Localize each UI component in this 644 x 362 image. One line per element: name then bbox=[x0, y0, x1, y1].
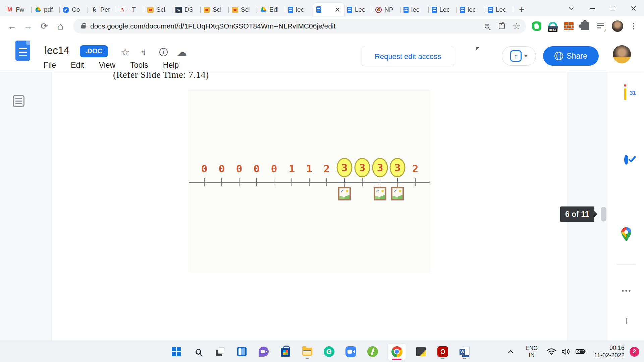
menu-help[interactable]: Help bbox=[160, 60, 182, 70]
get-add-ons-button[interactable] bbox=[622, 290, 630, 292]
browser-tab-gmail[interactable]: Fw bbox=[3, 3, 32, 16]
acrobat-button[interactable] bbox=[436, 344, 450, 359]
home-button[interactable]: ⌂ bbox=[53, 16, 68, 36]
numberline-tick bbox=[309, 178, 310, 186]
browser-tab-pdf[interactable]: pdf bbox=[32, 3, 60, 16]
menu-file[interactable]: File bbox=[40, 60, 59, 70]
maps-button[interactable] bbox=[621, 227, 632, 243]
menu-tools[interactable]: Tools bbox=[127, 60, 152, 70]
browser-tab-lec4[interactable]: Lec bbox=[429, 3, 457, 16]
widgets-button[interactable] bbox=[235, 344, 249, 359]
notification-badge[interactable]: 2 bbox=[630, 347, 639, 357]
browser-tab-co[interactable]: Co bbox=[60, 3, 88, 16]
extension-beta-button[interactable]: BETA bbox=[545, 16, 560, 36]
address-bar[interactable]: docs.google.com/document/d/1FLUqHXqSOnGS… bbox=[73, 19, 526, 34]
start-button[interactable] bbox=[169, 344, 183, 359]
menu-edit[interactable]: Edit bbox=[67, 60, 88, 70]
taskbar-search-button[interactable] bbox=[191, 344, 205, 359]
maximize-button[interactable] bbox=[602, 0, 623, 16]
playlist-extension-button[interactable] bbox=[593, 16, 609, 36]
browser-tab-sci3[interactable]: Sci bbox=[229, 3, 257, 16]
url-text[interactable]: docs.google.com/document/d/1FLUqHXqSOnGS… bbox=[90, 22, 480, 30]
hide-side-panel-button[interactable] bbox=[626, 318, 627, 324]
minimize-button[interactable] bbox=[582, 0, 602, 16]
chevron-up-icon bbox=[508, 350, 513, 355]
share-page-button[interactable] bbox=[494, 19, 509, 34]
extension-green-button[interactable] bbox=[529, 16, 544, 36]
show-outline-button[interactable] bbox=[13, 95, 24, 107]
star-document-button[interactable] bbox=[118, 45, 132, 59]
back-button[interactable]: ← bbox=[5, 16, 19, 36]
browser-toolbar: ← → ⟳ ⌂ docs.google.com/document/d/1FLUq… bbox=[0, 16, 644, 36]
browser-tab-lec6[interactable]: Lec bbox=[485, 3, 513, 16]
file-explorer-button[interactable] bbox=[300, 344, 314, 359]
docs-header: lec14 .DOC File Edit View Tools Help Req… bbox=[0, 36, 644, 72]
browser-menu-button[interactable] bbox=[626, 16, 641, 36]
menu-view[interactable]: View bbox=[96, 60, 119, 70]
browser-tab-edi[interactable]: Edi bbox=[257, 3, 285, 16]
account-avatar[interactable] bbox=[613, 45, 631, 63]
new-tab-button[interactable]: + bbox=[516, 4, 527, 15]
move-to-drive-button[interactable] bbox=[138, 45, 151, 59]
numberline-value: 0 bbox=[201, 163, 208, 175]
browser-tab-per[interactable]: Per bbox=[88, 3, 116, 16]
science-icon bbox=[147, 7, 154, 13]
google-docs-logo[interactable] bbox=[15, 41, 30, 61]
request-edit-access-button[interactable]: Request edit access bbox=[362, 47, 454, 66]
browser-tab-lec1[interactable]: lec bbox=[285, 3, 313, 16]
close-window-button[interactable] bbox=[623, 0, 644, 16]
sticky-notes-button[interactable] bbox=[414, 344, 428, 359]
browser-profile-button[interactable] bbox=[610, 16, 625, 36]
browser-tab-ds[interactable]: DS bbox=[172, 3, 201, 16]
forward-button[interactable]: → bbox=[21, 16, 36, 36]
numberline-tick bbox=[256, 178, 257, 186]
extension-bricks-button[interactable] bbox=[561, 16, 577, 36]
side-panel-divider bbox=[617, 264, 636, 264]
drive-icon bbox=[35, 6, 41, 13]
reload-button[interactable]: ⟳ bbox=[37, 16, 52, 36]
volume-indicator[interactable] bbox=[559, 348, 573, 355]
battery-indicator[interactable] bbox=[573, 349, 588, 355]
journal-app-button[interactable] bbox=[366, 344, 380, 359]
browser-tab-nptel[interactable]: NP bbox=[372, 3, 400, 16]
doc-format-badge[interactable]: .DOC bbox=[80, 45, 108, 57]
chrome-button-active[interactable] bbox=[387, 343, 406, 360]
zoom-page-button[interactable] bbox=[480, 19, 494, 34]
zoom-app-button[interactable] bbox=[344, 344, 358, 359]
microsoft-store-button[interactable] bbox=[278, 344, 292, 359]
picture-frame-icon bbox=[374, 187, 386, 200]
tab-close-icon[interactable] bbox=[334, 6, 341, 13]
comments-button[interactable] bbox=[475, 48, 488, 61]
share-button[interactable]: Share bbox=[543, 46, 599, 66]
teams-chat-button[interactable] bbox=[257, 344, 271, 359]
language-switcher[interactable]: ENG IN bbox=[519, 345, 544, 358]
bookmark-star-button[interactable] bbox=[509, 19, 524, 34]
browser-tab-lec5[interactable]: lec bbox=[457, 3, 485, 16]
cloud-save-status[interactable] bbox=[175, 45, 189, 59]
browser-tab-lec3[interactable]: lec bbox=[400, 3, 429, 16]
document-status-button[interactable] bbox=[157, 45, 170, 59]
science-icon bbox=[232, 7, 238, 13]
extensions-menu-button[interactable] bbox=[577, 16, 593, 36]
browser-tab-t[interactable]: - T bbox=[116, 3, 144, 16]
word-button[interactable]: W bbox=[458, 344, 472, 359]
tab-search-button[interactable] bbox=[561, 0, 582, 16]
document-scrollbar-thumb[interactable] bbox=[601, 207, 606, 222]
picture-frame-icon bbox=[338, 187, 351, 200]
browser-tab-sci1[interactable]: Sci bbox=[144, 3, 172, 16]
tray-overflow-button[interactable] bbox=[502, 349, 519, 355]
wifi-indicator[interactable] bbox=[544, 348, 559, 355]
google-docs-icon bbox=[488, 7, 493, 13]
sticky-notes-icon bbox=[416, 347, 426, 356]
tasks-button[interactable] bbox=[624, 157, 628, 163]
present-button[interactable]: ↑ bbox=[502, 46, 536, 66]
browser-tab-sci2[interactable]: Sci bbox=[201, 3, 229, 16]
browser-tab-lec2[interactable]: Lec bbox=[344, 3, 372, 16]
grammarly-button[interactable]: G bbox=[322, 344, 336, 359]
browser-tab-active[interactable] bbox=[313, 3, 344, 16]
word-letter: W bbox=[460, 349, 465, 355]
numberline-value: 0 bbox=[236, 163, 243, 175]
taskbar-clock[interactable]: 00:16 11-02-2022 bbox=[588, 344, 625, 359]
document-title[interactable]: lec14 bbox=[45, 45, 69, 57]
task-view-button[interactable] bbox=[213, 344, 227, 359]
